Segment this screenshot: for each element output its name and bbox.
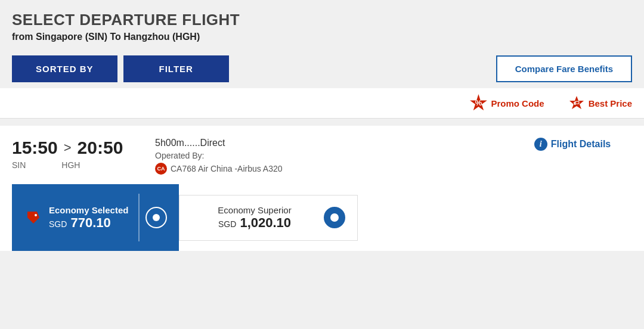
svg-marker-2 xyxy=(27,212,39,224)
economy-superior-fare: Economy Superior SGD 1,020.10 xyxy=(179,195,358,241)
arrival-time: 20:50 xyxy=(78,138,123,158)
flight-card: 15:50 > 20:50 SIN HGH 5h00m......Direct … xyxy=(0,126,644,251)
economy-selected-radio[interactable] xyxy=(145,207,167,228)
economy-superior-currency: SGD xyxy=(218,219,236,229)
best-price-label: Best Price xyxy=(589,98,632,108)
economy-superior-info: Economy Superior SGD 1,020.10 xyxy=(191,205,318,231)
promo-code-label: Promo Code xyxy=(491,98,544,108)
economy-superior-label: Economy Superior xyxy=(191,205,318,215)
economy-selected-fare: Economy Selected SGD 770.10 xyxy=(12,184,179,251)
flight-main-info: 15:50 > 20:50 SIN HGH 5h00m......Direct … xyxy=(12,138,632,184)
airline-row: CA CA768 Air China -Airbus A320 xyxy=(155,163,513,175)
flight-arrow-icon: > xyxy=(64,140,72,156)
departure-airport: SIN xyxy=(12,160,26,170)
flight-details-button[interactable]: i Flight Details xyxy=(513,138,632,151)
info-icon: i xyxy=(534,138,547,151)
economy-selected-amount: 770.10 xyxy=(70,215,110,230)
svg-text:🏷: 🏷 xyxy=(574,100,580,106)
fare-tag-icon xyxy=(24,208,43,227)
economy-selected-currency: SGD xyxy=(49,219,67,229)
flight-info-section: 5h00m......Direct Operated By: CA CA768 … xyxy=(143,138,513,175)
header-section: SELECT DEPARTURE FLIGHT from Singapore (… xyxy=(0,0,644,49)
compare-fare-button[interactable]: Compare Fare Benefits xyxy=(496,55,632,82)
svg-point-3 xyxy=(35,214,37,216)
economy-selected-label: Economy Selected xyxy=(49,205,132,215)
arrival-airport: HGH xyxy=(61,160,80,170)
departure-time: 15:50 xyxy=(12,138,58,158)
economy-superior-amount: 1,020.10 xyxy=(240,215,291,230)
sorted-by-button[interactable]: SORTED BY xyxy=(12,55,117,82)
flight-time-row: 15:50 > 20:50 xyxy=(12,138,143,158)
page-title: SELECT DEPARTURE FLIGHT xyxy=(12,11,632,29)
flight-details-label: Flight Details xyxy=(551,139,611,150)
promo-code-item[interactable]: % Promo Code xyxy=(469,94,544,112)
promo-code-icon: % xyxy=(469,94,487,112)
airport-codes: SIN HGH xyxy=(12,160,143,170)
toolbar: SORTED BY FILTER Compare Fare Benefits xyxy=(0,49,644,88)
airline-info: CA768 Air China -Airbus A320 xyxy=(171,164,283,173)
flight-times-section: 15:50 > 20:50 SIN HGH xyxy=(12,138,143,170)
economy-selected-info: Economy Selected SGD 770.10 xyxy=(49,205,132,231)
operated-by-label: Operated By: xyxy=(155,151,513,160)
economy-selected-card[interactable]: Economy Selected SGD 770.10 xyxy=(12,184,179,251)
economy-superior-price: SGD 1,020.10 xyxy=(191,215,318,231)
economy-superior-radio[interactable] xyxy=(324,207,345,228)
best-price-item[interactable]: 🏷 Best Price xyxy=(568,95,632,111)
economy-superior-card[interactable]: Economy Superior SGD 1,020.10 xyxy=(179,184,358,251)
best-price-icon: 🏷 xyxy=(568,95,585,111)
fare-options: Economy Selected SGD 770.10 Economy Supe… xyxy=(12,184,632,251)
route-subtitle: from Singapore (SIN) To Hangzhou (HGH) xyxy=(12,32,632,42)
economy-selected-price: SGD 770.10 xyxy=(49,215,132,231)
fare-divider xyxy=(138,194,140,241)
airline-logo-icon: CA xyxy=(155,163,167,175)
flight-duration: 5h00m......Direct xyxy=(155,138,513,148)
filter-button[interactable]: FILTER xyxy=(123,55,229,82)
promo-bar: % Promo Code 🏷 Best Price xyxy=(0,88,644,119)
